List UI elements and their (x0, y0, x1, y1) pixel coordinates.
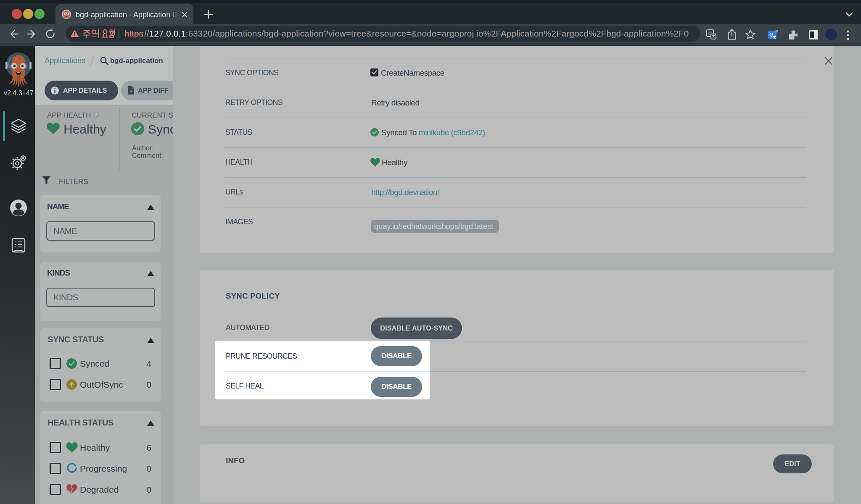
svg-text:G: G (769, 32, 773, 38)
